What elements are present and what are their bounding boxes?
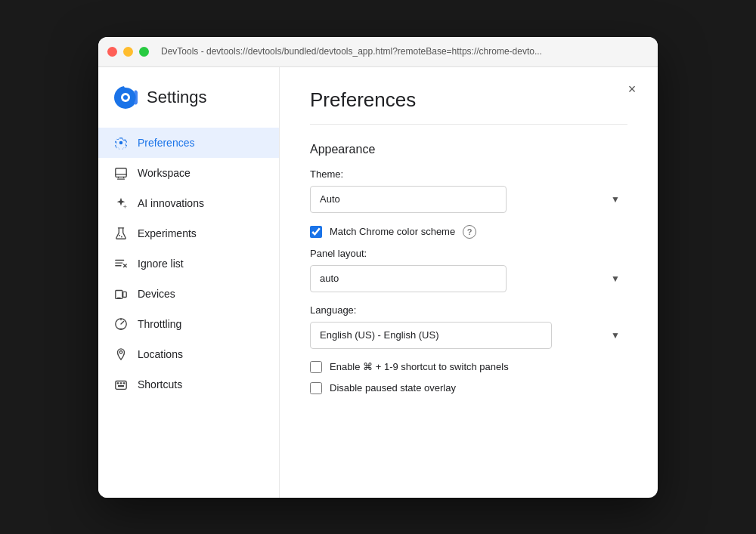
shortcut-row: Enable ⌘ + 1-9 shortcut to switch panels: [310, 361, 627, 373]
experiments-icon: [113, 226, 129, 241]
workspace-icon: [113, 165, 129, 181]
svg-point-14: [119, 350, 122, 353]
match-chrome-row: Match Chrome color scheme ?: [310, 225, 627, 239]
svg-rect-3: [116, 168, 126, 177]
svg-rect-16: [117, 382, 119, 384]
ignore-list-label: Ignore list: [138, 258, 184, 270]
throttling-icon: [113, 316, 129, 332]
sidebar-item-preferences[interactable]: Preferences: [98, 128, 279, 158]
panel-layout-select-wrapper: auto horizontal vertical ▼: [310, 265, 627, 292]
panel-layout-select-arrow: ▼: [611, 273, 620, 284]
panel-layout-label: Panel layout:: [310, 248, 627, 259]
devtools-window: DevTools - devtools://devtools/bundled/d…: [98, 37, 658, 498]
svg-point-4: [119, 234, 120, 236]
shortcuts-label: Shortcuts: [138, 378, 182, 390]
sidebar-item-workspace[interactable]: Workspace: [98, 158, 279, 188]
sidebar-item-throttling[interactable]: Throttling: [98, 309, 279, 339]
titlebar: DevTools - devtools://devtools/bundled/d…: [98, 37, 658, 67]
devtools-logo: [113, 85, 138, 110]
ignore-list-icon: [113, 256, 129, 271]
theme-label: Theme:: [310, 168, 627, 180]
panel-divider: [310, 124, 627, 125]
appearance-title: Appearance: [310, 143, 627, 156]
theme-select[interactable]: Auto Light Dark: [310, 186, 507, 213]
language-label: Language:: [310, 304, 627, 316]
sidebar-item-devices[interactable]: Devices: [98, 279, 279, 309]
match-chrome-label[interactable]: Match Chrome color scheme: [330, 226, 455, 237]
svg-point-2: [123, 95, 128, 100]
close-traffic-light[interactable]: [107, 47, 117, 57]
devices-icon: [113, 286, 129, 301]
shortcut-label[interactable]: Enable ⌘ + 1-9 shortcut to switch panels: [330, 361, 509, 372]
ai-label: AI innovations: [138, 197, 204, 209]
throttling-label: Throttling: [138, 318, 181, 330]
svg-rect-19: [118, 384, 124, 386]
workspace-label: Workspace: [138, 167, 191, 179]
window-title: DevTools - devtools://devtools/bundled/d…: [161, 46, 649, 57]
locations-icon: [113, 347, 129, 362]
svg-rect-8: [116, 290, 122, 298]
panel-layout-select[interactable]: auto horizontal vertical: [310, 265, 507, 292]
sidebar-item-locations[interactable]: Locations: [98, 339, 279, 369]
match-chrome-checkbox[interactable]: [310, 226, 322, 238]
svg-rect-15: [116, 381, 126, 389]
minimize-traffic-light[interactable]: [123, 47, 133, 57]
language-select[interactable]: English (US) - English (US) Deutsch Fran…: [310, 322, 552, 349]
help-icon[interactable]: ?: [463, 225, 476, 239]
appearance-section: Appearance Theme: Auto Light Dark ▼ Matc…: [310, 143, 627, 394]
main-panel: × Preferences Appearance Theme: Auto Lig…: [280, 67, 658, 498]
panel-title: Preferences: [310, 88, 627, 112]
preferences-label: Preferences: [138, 137, 194, 149]
settings-title: Settings: [147, 88, 207, 107]
svg-rect-9: [123, 292, 127, 297]
language-select-wrapper: English (US) - English (US) Deutsch Fran…: [310, 322, 627, 349]
sidebar-item-experiments[interactable]: Experiments: [98, 218, 279, 248]
paused-overlay-label[interactable]: Disable paused state overlay: [330, 382, 456, 394]
close-button[interactable]: ×: [621, 79, 643, 100]
paused-overlay-checkbox[interactable]: [310, 382, 322, 394]
sidebar-item-ignore-list[interactable]: Ignore list: [98, 248, 279, 279]
experiments-label: Experiments: [138, 227, 197, 239]
svg-rect-17: [120, 382, 122, 384]
content-area: Settings Preferences: [98, 67, 658, 498]
language-select-arrow: ▼: [611, 330, 620, 341]
preferences-icon: [113, 135, 129, 150]
svg-rect-18: [123, 382, 125, 384]
locations-label: Locations: [138, 348, 183, 360]
maximize-traffic-light[interactable]: [139, 47, 149, 57]
paused-overlay-row: Disable paused state overlay: [310, 382, 627, 394]
theme-select-wrapper: Auto Light Dark ▼: [310, 186, 627, 213]
shortcuts-icon: [113, 377, 129, 392]
traffic-lights: [107, 47, 149, 57]
sidebar-header: Settings: [98, 85, 279, 128]
svg-point-5: [121, 236, 122, 237]
sidebar: Settings Preferences: [98, 67, 280, 498]
sidebar-item-shortcuts[interactable]: Shortcuts: [98, 369, 279, 400]
theme-select-arrow: ▼: [611, 194, 620, 205]
sidebar-item-ai[interactable]: AI innovations: [98, 188, 279, 218]
shortcut-checkbox[interactable]: [310, 361, 322, 373]
ai-icon: [113, 196, 129, 211]
devices-label: Devices: [138, 288, 175, 300]
